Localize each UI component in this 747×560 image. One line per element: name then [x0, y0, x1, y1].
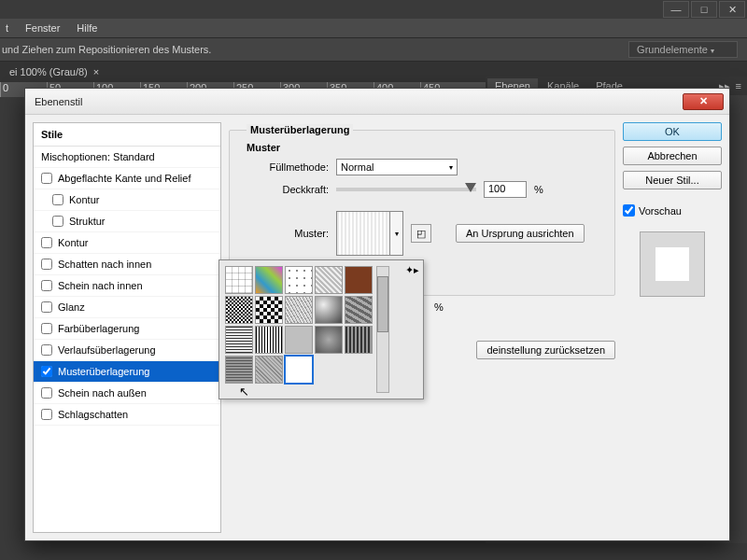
pattern-thumb[interactable]: [225, 326, 253, 354]
style-checkbox[interactable]: [41, 301, 52, 313]
pattern-thumb[interactable]: [255, 266, 283, 294]
snap-origin-button[interactable]: An Ursprung ausrichten: [456, 224, 585, 243]
options-hint: und Ziehen zum Repositionieren des Muste…: [2, 44, 211, 55]
menu-item-window[interactable]: Fenster: [25, 22, 60, 34]
reset-default-button[interactable]: deinstellung zurücksetzen: [476, 341, 615, 359]
pattern-thumb[interactable]: [345, 326, 373, 354]
style-checkbox[interactable]: [41, 280, 52, 291]
pattern-thumb[interactable]: [285, 266, 313, 294]
dialog-title-bar[interactable]: Ebenenstil ✕: [25, 89, 729, 115]
preview-thumbnail: [640, 231, 705, 297]
ok-button[interactable]: OK: [623, 122, 722, 141]
pattern-thumb[interactable]: [225, 266, 253, 294]
pattern-thumb[interactable]: [255, 356, 283, 384]
cancel-button[interactable]: Abbrechen: [623, 147, 722, 165]
style-checkbox[interactable]: [41, 387, 52, 399]
pattern-label: Muster:: [241, 228, 329, 239]
style-item[interactable]: Schlagschatten: [34, 404, 220, 426]
pattern-swatch[interactable]: [336, 211, 390, 256]
style-item[interactable]: Schein nach innen: [34, 275, 220, 297]
style-item[interactable]: Mischoptionen: Standard: [34, 147, 220, 168]
preview-checkbox-row[interactable]: Vorschau: [623, 204, 722, 217]
pattern-grid: [225, 266, 373, 393]
menu-item[interactable]: t: [6, 22, 8, 34]
blend-mode-label: Füllmethode:: [241, 161, 329, 173]
new-style-button[interactable]: Neuer Stil...: [623, 171, 722, 189]
style-item[interactable]: Musterüberlagerung: [34, 361, 220, 383]
menu-bar: t Fenster Hilfe: [0, 19, 747, 37]
style-item[interactable]: Abgeflachte Kante und Relief: [34, 168, 220, 189]
style-item[interactable]: Struktur: [34, 211, 220, 232]
close-button[interactable]: ✕: [719, 1, 745, 18]
style-label: Kontur: [58, 237, 88, 248]
pattern-picker-popup: ✦▸: [218, 259, 424, 399]
style-item[interactable]: Kontur: [34, 232, 220, 254]
style-item[interactable]: Verlaufsüberlagerung: [34, 340, 220, 361]
percent-label: %: [534, 184, 543, 195]
menu-item-help[interactable]: Hilfe: [77, 22, 97, 34]
popup-scrollbar[interactable]: [376, 266, 389, 393]
opacity-input[interactable]: 100: [484, 181, 527, 198]
pattern-thumb[interactable]: [255, 326, 283, 354]
pattern-thumb[interactable]: [225, 296, 253, 324]
pattern-thumb-selected[interactable]: [285, 356, 313, 384]
style-label: Schatten nach innen: [58, 259, 151, 270]
pattern-thumb[interactable]: [345, 266, 373, 294]
style-label: Verlaufsüberlagerung: [58, 344, 156, 356]
minimize-button[interactable]: —: [663, 1, 689, 18]
styles-list: Stile Mischoptionen: StandardAbgeflachte…: [33, 122, 221, 533]
pattern-thumb[interactable]: [315, 326, 343, 354]
dialog-close-button[interactable]: ✕: [683, 93, 724, 110]
sub-legend: Muster: [247, 142, 603, 153]
group-legend: Musterüberlagerung: [247, 124, 353, 135]
pattern-thumb[interactable]: [315, 266, 343, 294]
preview-checkbox[interactable]: [623, 204, 635, 217]
style-checkbox[interactable]: [41, 323, 52, 334]
style-checkbox[interactable]: [41, 259, 52, 270]
style-label: Struktur: [69, 216, 106, 227]
style-checkbox[interactable]: [41, 366, 52, 377]
style-label: Schlagschatten: [58, 409, 128, 420]
blend-mode-select[interactable]: Normal▾: [336, 159, 458, 175]
style-item[interactable]: Glanz: [34, 297, 220, 318]
style-item[interactable]: Farbüberlagerung: [34, 318, 220, 340]
opacity-slider[interactable]: [336, 188, 476, 191]
style-label: Farbüberlagerung: [58, 323, 139, 334]
window-title-bar: — □ ✕: [0, 0, 747, 19]
pattern-thumb[interactable]: [225, 356, 253, 384]
style-label: Schein nach außen: [58, 387, 147, 399]
workspace-dropdown[interactable]: Grundelemente ▾: [628, 41, 738, 58]
popup-menu-icon[interactable]: ✦▸: [405, 264, 419, 276]
scale-percent: %: [434, 301, 444, 313]
panel-menu-icon[interactable]: ≡: [736, 80, 741, 92]
pattern-thumb[interactable]: [285, 326, 313, 354]
style-label: Mischoptionen: Standard: [41, 151, 155, 162]
pattern-thumb[interactable]: [345, 296, 373, 324]
styles-header: Stile: [34, 123, 220, 147]
pattern-picker-toggle[interactable]: ▾: [390, 211, 403, 256]
style-checkbox[interactable]: [41, 344, 52, 356]
style-label: Glanz: [58, 301, 85, 313]
style-label: Kontur: [69, 194, 99, 205]
style-item[interactable]: Kontur: [34, 189, 220, 211]
dialog-title: Ebenenstil: [35, 96, 82, 107]
close-tab-icon[interactable]: ×: [93, 66, 99, 77]
style-checkbox[interactable]: [41, 409, 52, 420]
style-checkbox[interactable]: [52, 216, 63, 227]
dialog-right-buttons: OK Abbrechen Neuer Stil... Vorschau: [623, 122, 722, 533]
style-item[interactable]: Schatten nach innen: [34, 254, 220, 275]
style-checkbox[interactable]: [41, 237, 52, 248]
style-checkbox[interactable]: [41, 173, 52, 184]
style-label: Abgeflachte Kante und Relief: [58, 173, 191, 184]
maximize-button[interactable]: □: [691, 1, 717, 18]
pattern-thumb[interactable]: [285, 296, 313, 324]
pattern-thumb[interactable]: [255, 296, 283, 324]
new-preset-button[interactable]: ◰: [411, 224, 431, 243]
style-label: Schein nach innen: [58, 280, 143, 291]
pattern-thumb[interactable]: [315, 296, 343, 324]
document-tab[interactable]: ei 100% (Grau/8)×: [2, 64, 106, 79]
opacity-label: Deckkraft:: [241, 184, 329, 195]
style-item[interactable]: Schein nach außen: [34, 383, 220, 404]
style-label: Musterüberlagerung: [58, 366, 149, 377]
style-checkbox[interactable]: [52, 194, 63, 205]
